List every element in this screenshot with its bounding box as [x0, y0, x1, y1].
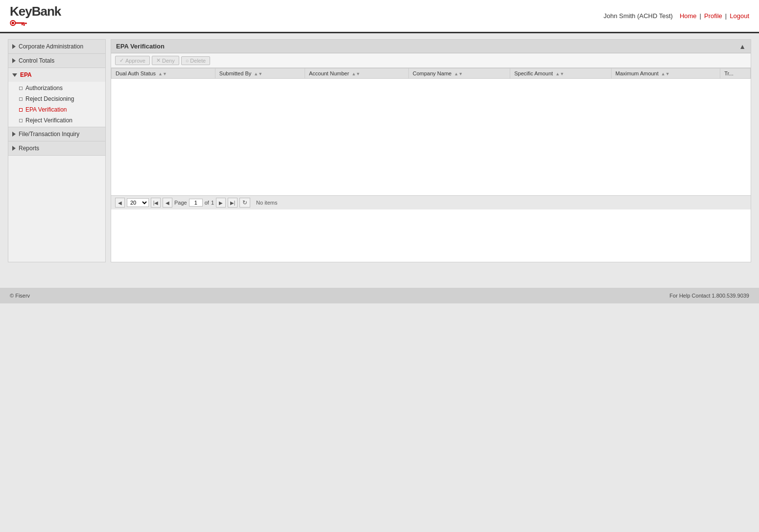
page-label: Page [174, 200, 187, 206]
copyright-text: © Fiserv [10, 293, 30, 299]
delete-icon: ○ [186, 58, 189, 64]
prev-page-button[interactable]: ◀ [163, 198, 172, 208]
profile-link[interactable]: Profile [704, 12, 722, 20]
svg-rect-4 [24, 23, 25, 25]
svg-rect-3 [22, 23, 23, 25]
col-specific-amount[interactable]: Specific Amount ▲▼ [510, 69, 611, 79]
last-page-button[interactable]: ▶| [228, 198, 237, 208]
table-header-row: Dual Auth Status ▲▼ Submitted By ▲▼ Acco… [112, 69, 751, 79]
sidebar-item-corporate-admin[interactable]: Corporate Administration [8, 40, 105, 53]
footer: © Fiserv For Help Contact 1.800.539.9039 [0, 288, 759, 303]
square-icon-3 [19, 108, 23, 112]
home-link[interactable]: Home [680, 12, 697, 20]
sort-icon-3: ▲▼ [352, 71, 360, 76]
delete-label: Delete [190, 58, 206, 64]
svg-rect-2 [15, 22, 24, 23]
table-scroll[interactable]: Dual Auth Status ▲▼ Submitted By ▲▼ Acco… [111, 68, 751, 195]
content-title: EPA Verification [116, 43, 165, 50]
col-label-specific-amount: Specific Amount [514, 70, 553, 76]
sep2: | [725, 12, 727, 20]
help-text: For Help Contact 1.800.539.9039 [669, 293, 749, 299]
page-size-select[interactable]: 20 50 100 [127, 198, 149, 207]
deny-button[interactable]: ✕ Deny [152, 56, 179, 65]
col-label-company-name: Company Name [413, 70, 451, 76]
nav-prev-arrow[interactable]: ◀ [115, 198, 125, 208]
sidebar-section-epa: EPA Authorizations Reject Decisioning EP… [8, 68, 105, 127]
collapse-button[interactable]: ▲ [739, 43, 746, 50]
sort-icon-6: ▲▼ [661, 71, 670, 76]
header: KeyBank John Smith (ACHD Test) Home | Pr… [0, 0, 759, 33]
first-page-button[interactable]: |◀ [151, 198, 161, 208]
logo-key [10, 19, 28, 27]
logout-link[interactable]: Logout [730, 12, 749, 20]
logo-text: KeyBank [10, 5, 61, 18]
svg-marker-5 [24, 22, 27, 24]
sidebar-item-authorizations[interactable]: Authorizations [8, 83, 105, 93]
header-right: John Smith (ACHD Test) Home | Profile | … [604, 12, 749, 20]
col-account-number[interactable]: Account Number ▲▼ [305, 69, 408, 79]
chevron-right-icon-4 [12, 146, 16, 151]
approve-label: Approve [125, 58, 145, 64]
col-company-name[interactable]: Company Name ▲▼ [408, 69, 510, 79]
col-label-maximum-amount: Maximum Amount [616, 70, 659, 76]
toolbar: ✓ Approve ✕ Deny ○ Delete [111, 53, 751, 68]
col-label-submitted-by: Submitted By [219, 70, 251, 76]
sidebar-item-file-transaction[interactable]: File/Transaction Inquiry [8, 127, 105, 141]
deny-icon: ✕ [156, 57, 161, 64]
square-icon-1 [19, 87, 23, 90]
key-icon [10, 19, 28, 27]
page-of-label: of [205, 200, 209, 206]
next-page-button[interactable]: ▶ [216, 198, 226, 208]
epa-label: EPA [20, 71, 32, 78]
pagination: ◀ 20 50 100 |◀ ◀ Page of 1 ▶ ▶| ↻ No ite… [111, 195, 751, 209]
chevron-right-icon [12, 44, 16, 49]
sidebar-item-control-totals[interactable]: Control Totals [8, 54, 105, 68]
col-dual-auth-status[interactable]: Dual Auth Status ▲▼ [112, 69, 215, 79]
sidebar-item-reject-decisioning[interactable]: Reject Decisioning [8, 93, 105, 104]
sort-icon-1: ▲▼ [158, 71, 167, 76]
file-transaction-label: File/Transaction Inquiry [19, 131, 79, 138]
sidebar-item-reports[interactable]: Reports [8, 141, 105, 155]
sidebar-section-control-totals: Control Totals [8, 54, 105, 68]
reject-decisioning-label: Reject Decisioning [25, 95, 74, 102]
corporate-admin-label: Corporate Administration [19, 43, 83, 50]
sidebar-item-reject-verification[interactable]: Reject Verification [8, 115, 105, 126]
main-wrapper: Corporate Administration Control Totals … [0, 33, 759, 268]
sidebar-section-corporate: Corporate Administration [8, 40, 105, 54]
sort-icon-4: ▲▼ [454, 71, 463, 76]
page-number-input[interactable] [189, 199, 203, 207]
chevron-right-icon-3 [12, 132, 16, 137]
refresh-button[interactable]: ↻ [239, 198, 250, 208]
deny-label: Deny [162, 58, 175, 64]
chevron-down-icon [12, 73, 17, 77]
sidebar-item-epa-verification[interactable]: EPA Verification [8, 104, 105, 115]
delete-button[interactable]: ○ Delete [181, 56, 210, 65]
col-tr[interactable]: Tr... [720, 69, 751, 79]
content-panel: EPA Verification ▲ ✓ Approve ✕ Deny ○ De… [111, 39, 751, 262]
sidebar-section-file-transaction: File/Transaction Inquiry [8, 127, 105, 141]
reject-verification-label: Reject Verification [25, 117, 72, 124]
col-submitted-by[interactable]: Submitted By ▲▼ [215, 69, 305, 79]
sidebar: Corporate Administration Control Totals … [8, 39, 106, 262]
content-header: EPA Verification ▲ [111, 40, 751, 53]
square-icon-2 [19, 97, 23, 101]
col-maximum-amount[interactable]: Maximum Amount ▲▼ [611, 69, 720, 79]
control-totals-label: Control Totals [19, 57, 54, 64]
data-table: Dual Auth Status ▲▼ Submitted By ▲▼ Acco… [111, 68, 751, 79]
col-label-account-number: Account Number [309, 70, 349, 76]
col-label-dual-auth: Dual Auth Status [116, 70, 156, 76]
sidebar-item-epa[interactable]: EPA [8, 68, 105, 82]
approve-icon: ✓ [119, 57, 124, 64]
no-items-label: No items [256, 200, 277, 206]
user-info: John Smith (ACHD Test) [604, 12, 673, 20]
col-label-tr: Tr... [724, 70, 734, 76]
approve-button[interactable]: ✓ Approve [115, 56, 150, 65]
authorizations-label: Authorizations [25, 85, 63, 92]
svg-point-1 [12, 22, 14, 24]
sidebar-section-reports: Reports [8, 141, 105, 156]
sep1: | [700, 12, 701, 20]
epa-children: Authorizations Reject Decisioning EPA Ve… [8, 82, 105, 127]
sort-icon-5: ▲▼ [555, 71, 564, 76]
logo-area: KeyBank [10, 5, 61, 27]
reports-label: Reports [19, 145, 39, 152]
